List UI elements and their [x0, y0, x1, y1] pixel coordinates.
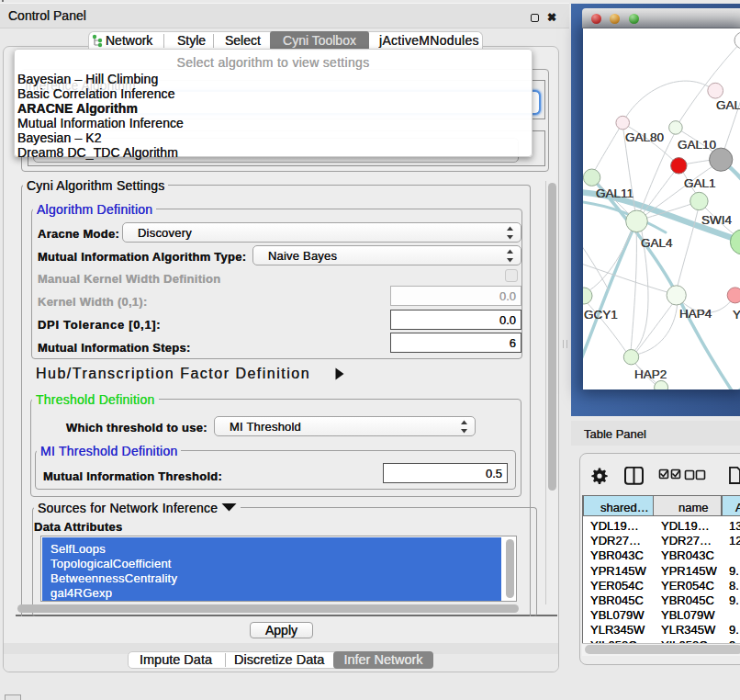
svg-text:GAL1: GAL1 — [684, 176, 716, 190]
svg-text:GCY1: GCY1 — [584, 308, 618, 322]
svg-text:GAL10: GAL10 — [678, 138, 716, 152]
svg-text:GAL11: GAL11 — [596, 186, 633, 200]
svg-text:HAP4: HAP4 — [679, 307, 712, 321]
svg-text:HAP2: HAP2 — [634, 367, 667, 381]
svg-text:Y: Y — [733, 308, 740, 322]
svg-text:GAL4: GAL4 — [641, 236, 673, 250]
svg-text:SWI4: SWI4 — [701, 213, 732, 227]
svg-text:GAL7: GAL7 — [716, 98, 740, 112]
svg-text:GAL80: GAL80 — [625, 130, 664, 144]
